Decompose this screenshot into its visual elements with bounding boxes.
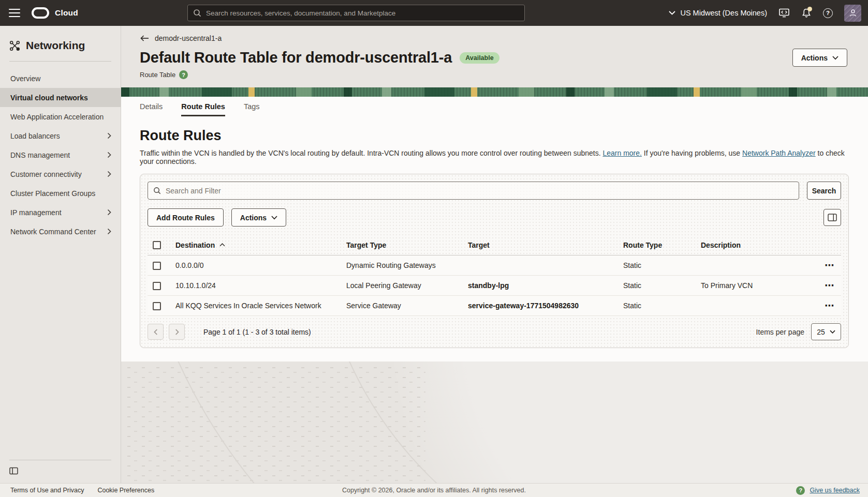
column-settings-button[interactable] [823, 209, 841, 226]
cell-description: To Primary VCN [696, 276, 814, 296]
table-actions-button[interactable]: Actions [231, 208, 286, 227]
table-row: 10.10.1.0/24 Local Peering Gateway stand… [148, 276, 841, 296]
region-selector[interactable]: US Midwest (Des Moines) [669, 9, 767, 17]
sidebar-item-load-balancers[interactable]: Load balancers [0, 126, 121, 145]
help-icon[interactable]: ? [823, 8, 833, 18]
brand-label: Cloud [55, 8, 78, 18]
sidebar-item-network-command-center[interactable]: Network Command Center [0, 222, 121, 241]
route-rules-table: Destination Target Type Target Route Typ… [148, 237, 841, 316]
top-bar: Cloud US Midwest (Des Moines) [0, 0, 868, 26]
sidebar-item-overview[interactable]: Overview [0, 69, 121, 88]
sidebar-title: Networking [26, 39, 85, 52]
column-header-target-type[interactable]: Target Type [341, 237, 463, 255]
user-avatar[interactable] [844, 5, 861, 22]
row-checkbox[interactable] [153, 262, 161, 270]
top-bar-actions: US Midwest (Des Moines) ? [669, 0, 861, 26]
sort-ascending-icon [219, 243, 225, 247]
sidebar-item-virtual-cloud-networks[interactable]: Virtual cloud networks [0, 88, 121, 107]
row-checkbox[interactable] [153, 282, 161, 290]
row-actions-button[interactable]: ⋯ [825, 301, 834, 310]
feedback-help-icon: ? [796, 486, 805, 495]
person-icon [848, 8, 858, 18]
column-header-target[interactable]: Target [463, 237, 618, 255]
table-row: All KQQ Services In Oracle Services Netw… [148, 296, 841, 316]
collapse-sidebar-icon[interactable] [9, 467, 18, 475]
breadcrumb-link[interactable]: demodr-uscentral1-a [155, 34, 222, 42]
next-page-button[interactable] [169, 324, 185, 340]
column-header-description[interactable]: Description [696, 237, 814, 255]
cell-description [696, 255, 814, 276]
back-arrow-icon[interactable] [140, 35, 149, 41]
sidebar-item-customer-connectivity[interactable]: Customer connectivity [0, 164, 121, 184]
oracle-logo-icon[interactable] [32, 7, 49, 19]
actions-button[interactable]: Actions [792, 49, 847, 67]
tab-tags[interactable]: Tags [244, 102, 260, 116]
terms-link[interactable]: Terms of Use and Privacy [10, 487, 84, 494]
route-table-help-icon[interactable]: ? [179, 70, 188, 79]
cell-target-type: Dynamic Routing Gateways [341, 255, 463, 276]
sidebar-item-dns-management[interactable]: DNS management [0, 145, 121, 164]
section-description: Traffic within the VCN is handled by the… [140, 149, 849, 165]
search-icon [193, 9, 201, 17]
region-label: US Midwest (Des Moines) [680, 9, 767, 17]
footer: Terms of Use and Privacy Cookie Preferen… [0, 483, 868, 497]
feedback-link[interactable]: Give us feedback [810, 487, 860, 494]
add-route-rules-button[interactable]: Add Route Rules [148, 208, 224, 227]
row-actions-button[interactable]: ⋯ [825, 261, 834, 270]
page-title: Default Route Table for demodr-uscentral… [140, 49, 452, 66]
hamburger-menu-icon[interactable] [9, 9, 20, 17]
tab-details[interactable]: Details [140, 102, 163, 116]
sidebar-item-ip-management[interactable]: IP management [0, 203, 121, 222]
row-actions-button[interactable]: ⋯ [825, 281, 834, 290]
search-button[interactable]: Search [807, 182, 841, 200]
chevron-right-icon [175, 329, 179, 335]
items-per-page-select[interactable]: 25 [811, 323, 841, 340]
column-header-destination[interactable]: Destination [170, 237, 341, 255]
resource-type-label: Route Table [140, 71, 175, 79]
route-rules-panel: Search Add Route Rules Actions [140, 174, 849, 348]
chevron-right-icon [107, 171, 111, 177]
copyright-text: Copyright © 2026, Oracle and/or its affi… [342, 487, 526, 494]
sidebar-nav: Overview Virtual cloud networks Web Appl… [0, 69, 121, 241]
global-search-input[interactable] [206, 9, 524, 17]
search-filter-field [148, 182, 799, 200]
chevron-down-icon [669, 11, 675, 15]
chevron-down-icon [830, 330, 835, 334]
column-header-actions [814, 237, 841, 255]
section-heading: Route Rules [140, 128, 849, 144]
notifications-icon[interactable] [801, 8, 812, 18]
sidebar: Networking Overview Virtual cloud networ… [0, 26, 121, 483]
cell-target [463, 255, 618, 276]
cell-target: service-gateway-1771504982630 [463, 296, 618, 316]
chevron-right-icon [107, 228, 111, 235]
cell-target-type: Local Peering Gateway [341, 276, 463, 296]
sidebar-item-web-application-acceleration[interactable]: Web Application Acceleration [0, 107, 121, 126]
select-all-checkbox[interactable] [153, 241, 161, 249]
decorative-background [121, 362, 868, 483]
page-header: demodr-uscentral1-a Default Route Table … [121, 26, 868, 87]
networking-icon [9, 40, 20, 51]
cell-description [696, 296, 814, 316]
cell-destination: 10.10.1.0/24 [170, 276, 341, 296]
items-per-page-label: Items per page [756, 328, 804, 336]
pagination-label: Page 1 of 1 (1 - 3 of 3 total items) [203, 328, 311, 336]
cell-route-type: Static [618, 255, 696, 276]
global-search[interactable] [187, 5, 525, 21]
sidebar-item-cluster-placement-groups[interactable]: Cluster Placement Groups [0, 184, 121, 203]
chevron-left-icon [154, 329, 158, 335]
network-path-analyzer-link[interactable]: Network Path Analyzer [742, 149, 816, 157]
main-area: demodr-uscentral1-a Default Route Table … [121, 26, 868, 483]
row-checkbox[interactable] [153, 302, 161, 310]
learn-more-link[interactable]: Learn more. [602, 149, 641, 157]
filter-input[interactable] [148, 182, 799, 200]
chevron-down-icon [832, 56, 838, 60]
column-header-route-type[interactable]: Route Type [618, 237, 696, 255]
chevron-right-icon [107, 152, 111, 158]
cookie-preferences-link[interactable]: Cookie Preferences [97, 487, 154, 494]
tab-route-rules[interactable]: Route Rules [181, 102, 225, 116]
cloud-shell-icon[interactable] [778, 8, 790, 18]
decorative-banner [121, 87, 868, 97]
cell-target-type: Service Gateway [341, 296, 463, 316]
cell-route-type: Static [618, 296, 696, 316]
prev-page-button[interactable] [148, 324, 164, 340]
